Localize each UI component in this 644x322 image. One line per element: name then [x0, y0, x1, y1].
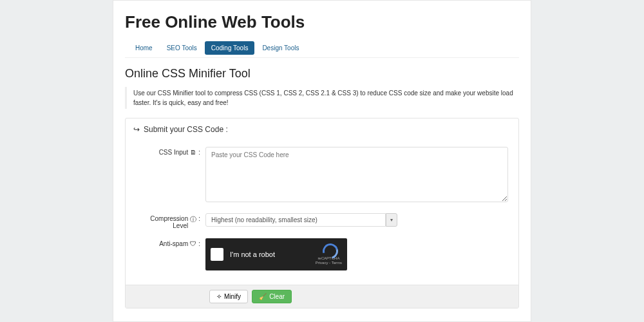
- recaptcha-terms: Privacy - Terms: [316, 261, 342, 265]
- actions-bar: ✧ Minify 🧹 Clear: [126, 285, 518, 308]
- css-input-label: CSS Input: [159, 149, 189, 156]
- nav-home[interactable]: Home: [129, 41, 159, 55]
- recaptcha-logo: reCAPTCHA Privacy - Terms: [316, 243, 342, 265]
- nav-design-tools[interactable]: Design Tools: [256, 41, 305, 55]
- recaptcha-widget[interactable]: I'm not a robot reCAPTCHA Privacy - Term…: [205, 238, 347, 270]
- antispam-label: Anti-spam: [159, 240, 188, 247]
- recaptcha-checkbox[interactable]: [211, 248, 223, 261]
- recaptcha-swirl-icon: [322, 243, 335, 255]
- brush-icon: 🧹: [259, 293, 267, 300]
- page-title: Online CSS Minifier Tool: [125, 67, 519, 80]
- main-nav: Home SEO Tools Coding Tools Design Tools: [125, 39, 519, 58]
- chevron-down-icon[interactable]: ▾: [386, 213, 397, 227]
- site-title: Free Online Web Tools: [125, 12, 519, 32]
- form-heading: Submit your CSS Code :: [144, 125, 228, 134]
- info-icon: ⓘ: [190, 215, 196, 224]
- panel-header: ↪ Submit your CSS Code :: [126, 118, 518, 140]
- minify-label: Minify: [224, 293, 241, 300]
- nav-seo-tools[interactable]: SEO Tools: [160, 41, 204, 55]
- clear-button[interactable]: 🧹 Clear: [252, 290, 292, 303]
- form-panel: ↪ Submit your CSS Code : CSS Input 🗎: Co…: [125, 118, 519, 308]
- recaptcha-text: I'm not a robot: [230, 251, 275, 258]
- file-icon: 🗎: [190, 149, 196, 156]
- main-container: Free Online Web Tools Home SEO Tools Cod…: [113, 0, 531, 322]
- nav-coding-tools[interactable]: Coding Tools: [205, 41, 255, 55]
- intro-text: Use our CSS Minifier tool to compress CS…: [125, 87, 519, 109]
- clear-label: Clear: [269, 293, 285, 300]
- minify-button[interactable]: ✧ Minify: [209, 290, 248, 303]
- share-arrow-icon: ↪: [133, 125, 140, 134]
- compression-select[interactable]: Highest (no readability, smallest size) …: [205, 213, 508, 227]
- compression-label: Compression Level: [136, 215, 188, 229]
- compression-selected: Highest (no readability, smallest size): [205, 213, 386, 227]
- wand-icon: ✧: [216, 293, 222, 300]
- css-input[interactable]: [205, 147, 508, 202]
- shield-icon: 🛡: [190, 240, 196, 247]
